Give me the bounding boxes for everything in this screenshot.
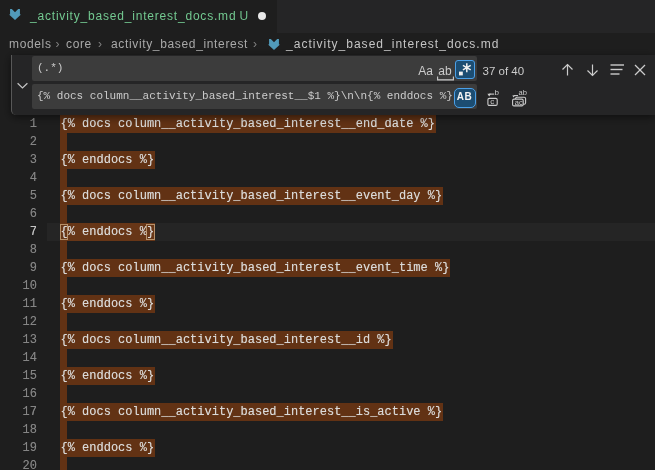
svg-text:c: c [490,97,494,106]
svg-text:b: b [494,88,499,97]
svg-text:ac: ac [515,98,523,107]
svg-text:ab: ab [519,88,527,97]
